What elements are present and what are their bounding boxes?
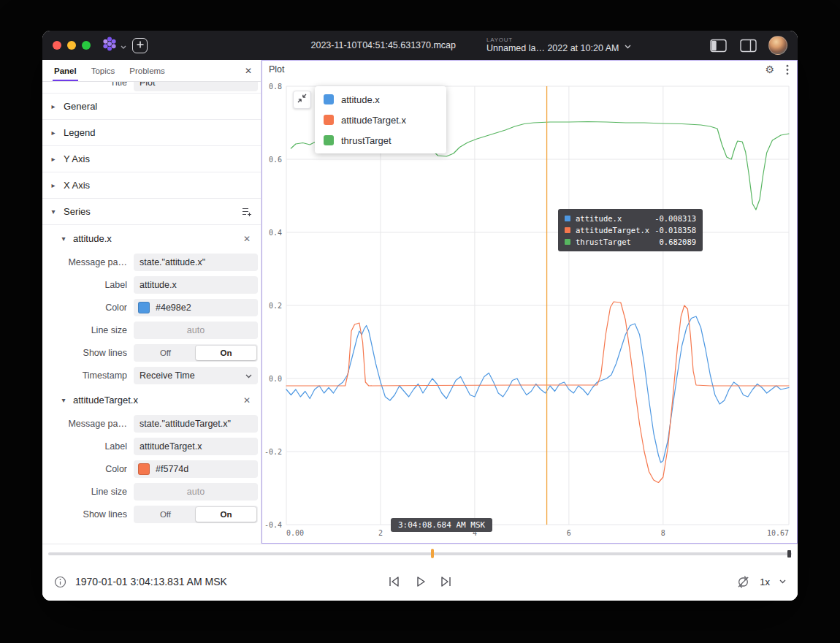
color-swatch[interactable] xyxy=(138,302,150,313)
right-sidebar-toggle-icon[interactable] xyxy=(740,39,757,53)
remove-series-icon[interactable]: ✕ xyxy=(243,234,251,244)
series-editor-attitude-x: ▾ attitude.x ✕ Message pa… state."attitu… xyxy=(42,225,261,387)
field-label: Show lines xyxy=(48,348,127,358)
tooltip-value: -0.018358 xyxy=(654,226,696,235)
seek-forward-button[interactable] xyxy=(439,574,454,589)
chevron-down-icon xyxy=(625,39,631,52)
play-button[interactable] xyxy=(413,574,427,589)
show-lines-on-option[interactable]: On xyxy=(196,507,256,522)
user-avatar[interactable] xyxy=(768,36,787,55)
series-label-input[interactable]: attitude.x xyxy=(134,276,258,294)
series-color-swatch xyxy=(324,135,334,145)
section-y-axis[interactable]: ▸ Y Axis xyxy=(42,146,261,172)
section-x-axis[interactable]: ▸ X Axis xyxy=(42,172,261,199)
chevron-down-icon xyxy=(121,39,126,52)
svg-text:0.8: 0.8 xyxy=(269,83,282,91)
seek-backward-button[interactable] xyxy=(386,574,401,589)
zoom-window-button[interactable] xyxy=(82,41,91,50)
color-swatch[interactable] xyxy=(138,463,150,475)
minimize-window-button[interactable] xyxy=(67,41,76,50)
panel-title-input[interactable]: Plot xyxy=(134,82,258,91)
playback-speed[interactable]: 1x xyxy=(760,577,770,587)
layout-selector[interactable]: LAYOUT Unnamed la… 2022 at 10:20 AM xyxy=(486,37,631,54)
close-sidebar-icon[interactable]: ✕ xyxy=(236,60,261,81)
svg-text:0.00: 0.00 xyxy=(286,529,304,537)
app-window: 2023-11-10T04:51:45.631370.mcap LAYOUT U… xyxy=(42,31,798,601)
info-icon[interactable] xyxy=(54,576,66,588)
color-input[interactable]: #4e98e2 xyxy=(134,299,258,316)
show-lines-on-option[interactable]: On xyxy=(196,346,256,360)
svg-text:0.2: 0.2 xyxy=(269,302,282,310)
show-lines-off-option[interactable]: Off xyxy=(135,346,196,360)
current-timestamp: 1970-01-01 3:04:13.831 AM MSK xyxy=(75,576,227,587)
message-path-input[interactable]: state."attitude.x" xyxy=(134,254,258,271)
tab-panel[interactable]: Panel xyxy=(47,60,84,81)
collapse-legend-button[interactable] xyxy=(293,91,311,109)
section-label: X Axis xyxy=(64,180,90,191)
tab-topics[interactable]: Topics xyxy=(84,60,123,81)
panel-title: Plot xyxy=(269,64,285,75)
timeline-scrubber[interactable] xyxy=(42,544,798,563)
series-header[interactable]: ▾ attitude.x ✕ xyxy=(42,227,261,251)
timestamp-select[interactable]: Receive Time xyxy=(134,367,258,384)
playback-bar: 1970-01-01 3:04:13.831 AM MSK xyxy=(42,563,798,601)
tooltip-label: attitude.x xyxy=(576,214,622,223)
tooltip-row: thrustTarget 0.682089 xyxy=(565,236,696,248)
chevron-down-icon[interactable] xyxy=(779,579,786,584)
chevron-down-icon: ▾ xyxy=(60,235,67,243)
show-lines-off-option[interactable]: Off xyxy=(135,507,196,522)
svg-text:2: 2 xyxy=(378,529,383,537)
series-color-swatch xyxy=(565,239,570,245)
plot-panel[interactable]: Plot ⚙ 0.80.60.40.20.0-0.2-0.40.00246810… xyxy=(261,60,798,544)
chevron-right-icon: ▸ xyxy=(50,181,57,189)
add-data-source-button[interactable] xyxy=(132,38,148,53)
section-series[interactable]: ▾ Series xyxy=(42,199,261,225)
svg-text:0.4: 0.4 xyxy=(269,229,282,237)
tooltip-label: thrustTarget xyxy=(576,237,631,246)
close-window-button[interactable] xyxy=(53,41,61,50)
chevron-down-icon: ▾ xyxy=(60,396,67,404)
loop-off-icon[interactable] xyxy=(736,575,750,589)
left-sidebar-toggle-icon[interactable] xyxy=(710,39,727,53)
series-name: attitude.x xyxy=(73,233,112,244)
remove-series-icon[interactable]: ✕ xyxy=(243,395,251,406)
field-label: Color xyxy=(48,303,127,313)
tooltip-value: 0.682089 xyxy=(659,237,696,246)
kebab-menu-icon[interactable] xyxy=(786,64,789,75)
line-size-input[interactable]: auto xyxy=(134,322,258,339)
series-color-swatch xyxy=(565,227,570,233)
titlebar: 2023-11-10T04:51:45.631370.mcap LAYOUT U… xyxy=(42,31,798,60)
app-menu-button[interactable] xyxy=(101,35,126,56)
svg-text:-0.4: -0.4 xyxy=(264,521,282,529)
chevron-down-icon xyxy=(245,370,252,381)
screen-background: 2023-11-10T04:51:45.631370.mcap LAYOUT U… xyxy=(0,0,840,643)
series-label-input[interactable]: attitudeTarget.x xyxy=(134,438,258,455)
svg-text:-0.2: -0.2 xyxy=(264,448,282,456)
legend-label: attitude.x xyxy=(341,94,380,105)
message-path-input[interactable]: state."attitudeTarget.x" xyxy=(134,415,258,433)
show-lines-toggle: Off On xyxy=(134,506,258,523)
tab-problems[interactable]: Problems xyxy=(122,60,172,81)
section-general[interactable]: ▸ General xyxy=(42,94,261,120)
scrubber-playhead[interactable] xyxy=(431,549,434,558)
legend-item[interactable]: attitude.x xyxy=(315,89,446,110)
color-input[interactable]: #f5774d xyxy=(134,460,258,478)
main-area: Panel Topics Problems ✕ Title Plot ▸ Gen… xyxy=(42,60,798,544)
data-source-title[interactable]: 2023-11-10T04:51:45.631370.mcap xyxy=(310,40,456,50)
chart-area[interactable]: 0.80.60.40.20.0-0.2-0.40.00246810.67 xyxy=(261,79,798,544)
field-label: Show lines xyxy=(48,509,127,520)
series-header[interactable]: ▾ attitudeTarget.x ✕ xyxy=(42,388,261,412)
legend-item[interactable]: attitudeTarget.x xyxy=(315,110,446,130)
gear-icon[interactable]: ⚙ xyxy=(765,64,774,75)
chevron-right-icon: ▸ xyxy=(50,155,57,163)
legend-item[interactable]: thrustTarget xyxy=(315,130,446,151)
section-legend[interactable]: ▸ Legend xyxy=(42,120,261,146)
add-series-icon[interactable] xyxy=(241,206,252,217)
svg-text:0.0: 0.0 xyxy=(269,375,282,383)
collapse-arrows-icon xyxy=(297,93,308,107)
field-label: Line size xyxy=(48,487,127,497)
line-size-input[interactable]: auto xyxy=(134,483,258,501)
tooltip-value: -0.008313 xyxy=(654,214,696,223)
field-label: Title xyxy=(48,82,127,88)
scrubber-track[interactable] xyxy=(48,552,792,555)
